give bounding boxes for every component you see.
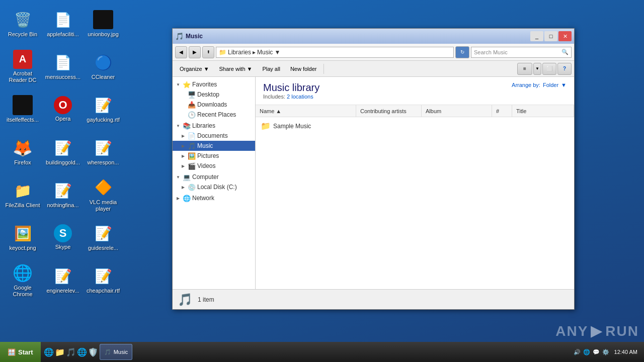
- organize-button[interactable]: Organize ▼: [175, 63, 214, 75]
- network-label: Network: [192, 195, 214, 202]
- documents-icon: 📄: [188, 132, 196, 140]
- col-header-title[interactable]: Title: [512, 105, 574, 117]
- desktop-icon-gayfucking[interactable]: 📝 gayfucking.rtf: [83, 88, 123, 131]
- desktop-icon-recycle-bin[interactable]: 🗑️ Recycle Bin: [3, 3, 43, 45]
- desktop-icon-mensuccess[interactable]: 📄 mensuccess...: [43, 45, 83, 88]
- nav-videos[interactable]: ▶ 🎬 Videos: [173, 161, 255, 171]
- favorites-expand-icon: ▼: [175, 81, 181, 87]
- desktop-label: Desktop: [197, 91, 219, 98]
- col-header-album[interactable]: Album: [422, 105, 492, 117]
- filezilla-label: FileZilla Client: [5, 202, 40, 209]
- pictures-label: Pictures: [197, 152, 219, 159]
- file-list: 📁 Sample Music: [256, 117, 574, 289]
- arrange-dropdown-icon[interactable]: ▼: [561, 82, 567, 88]
- taskbar-explorer-icon: 🎵: [104, 349, 111, 355]
- favorites-header[interactable]: ▼ ⭐ Favorites: [173, 79, 255, 89]
- tray-icon-4[interactable]: ⚙️: [602, 349, 609, 355]
- maximize-button[interactable]: □: [544, 31, 557, 41]
- desktop-icon-chrome[interactable]: 🌐 Google Chrome: [3, 259, 43, 302]
- desktop-icon-applefaciliti[interactable]: 📄 applefaciliti...: [43, 3, 83, 45]
- nav-local-disk[interactable]: ▶ 💿 Local Disk (C:): [173, 182, 255, 192]
- address-input[interactable]: 📁 Libraries ▸ Music ▼: [216, 47, 454, 58]
- share-with-button[interactable]: Share with ▼: [215, 63, 257, 75]
- desktop-icon-unionboy[interactable]: unionboy.jpg: [83, 3, 123, 45]
- library-header: Music library Includes: 2 locations Arra…: [256, 77, 574, 105]
- libraries-header[interactable]: ▼ 📚 Libraries: [173, 121, 255, 131]
- recent-label: Recent Places: [197, 111, 236, 118]
- gayfucking-icon: 📝: [93, 95, 113, 115]
- play-all-button[interactable]: Play all: [258, 63, 284, 75]
- desktop-icon-cheapchair[interactable]: 📝 cheapchair.rtf: [83, 259, 123, 302]
- desktop-icon-skype[interactable]: S Skype: [43, 216, 83, 259]
- up-button[interactable]: ⬆: [202, 46, 214, 58]
- buildinggold-label: buildinggold...: [46, 159, 80, 166]
- help-button[interactable]: ?: [557, 63, 572, 75]
- details-pane-button[interactable]: ⬜: [542, 63, 556, 75]
- breadcrumb-libraries[interactable]: Libraries: [228, 49, 251, 56]
- desktop-icon-buildinggold[interactable]: 📝 buildinggold...: [43, 131, 83, 173]
- window-controls: _ □ ✕: [530, 31, 572, 41]
- guidesrele-label: guidesrele...: [88, 245, 118, 251]
- favorites-label: Favorites: [192, 81, 217, 88]
- tray-icon-2[interactable]: 🌐: [583, 349, 590, 355]
- play-all-label: Play all: [262, 66, 280, 72]
- search-box[interactable]: Search Music 🔍: [471, 47, 572, 58]
- desktop-icon-guidesrele[interactable]: 📝 guidesrele...: [83, 216, 123, 259]
- close-button[interactable]: ✕: [558, 31, 572, 41]
- col-header-number[interactable]: #: [492, 105, 512, 117]
- nav-downloads[interactable]: 📥 Downloads: [173, 100, 255, 110]
- computer-header[interactable]: ▼ 💻 Computer: [173, 172, 255, 182]
- unionboy-label: unionboy.jpg: [88, 31, 119, 38]
- tray-icon-1[interactable]: 🔊: [574, 349, 581, 355]
- desktop-icon-filezilla[interactable]: 📁 FileZilla Client: [3, 173, 43, 216]
- minimize-button[interactable]: _: [530, 31, 543, 41]
- desktop-icon-nothingfina[interactable]: 📝 nothingfina...: [43, 173, 83, 216]
- itselfeffects-label: itselfeffects...: [7, 117, 39, 123]
- breadcrumb-dropdown[interactable]: ▼: [274, 49, 280, 56]
- view-list-button[interactable]: ≡: [517, 63, 532, 75]
- desktop-icon-ccleaner[interactable]: 🔵 CCleaner: [83, 45, 123, 88]
- forward-button[interactable]: ▶: [189, 46, 201, 58]
- nav-documents[interactable]: ▶ 📄 Documents: [173, 131, 255, 141]
- desktop-icon-enginerelev[interactable]: 📝 enginerelev...: [43, 259, 83, 302]
- new-folder-button[interactable]: New folder: [286, 63, 321, 75]
- locations-link[interactable]: 2 locations: [287, 94, 313, 100]
- nav-desktop[interactable]: 🖥️ Desktop: [173, 89, 255, 100]
- desktop-icon-wherespon[interactable]: 📝 wherespon...: [83, 131, 123, 173]
- nav-pictures[interactable]: ▶ 🖼️ Pictures: [173, 151, 255, 161]
- view-dropdown-button[interactable]: ▼: [533, 63, 541, 75]
- back-button[interactable]: ◀: [175, 46, 187, 58]
- recent-expand: [180, 112, 186, 118]
- ccleaner-label: CCleaner: [92, 74, 115, 80]
- window-title: Music: [186, 33, 530, 40]
- wherespon-label: wherespon...: [88, 159, 119, 166]
- anyrun-watermark: ANY ▶ RUN: [555, 323, 639, 339]
- recycle-bin-label: Recycle Bin: [8, 31, 37, 38]
- col-header-contributing-artists[interactable]: Contributing artists: [356, 105, 422, 117]
- desktop-icon-itselfeffects[interactable]: itselfeffects...: [3, 88, 43, 131]
- col-header-name[interactable]: Name ▲: [256, 105, 356, 117]
- arrange-value[interactable]: Folder: [543, 82, 558, 88]
- taskbar-music-icon[interactable]: 🎵: [65, 346, 76, 357]
- breadcrumb-music[interactable]: Music: [257, 49, 273, 56]
- list-item[interactable]: 📁 Sample Music: [258, 120, 572, 132]
- desktop-icon-opera[interactable]: O Opera: [43, 88, 83, 131]
- taskbar-folder-icon[interactable]: 📁: [54, 346, 65, 357]
- network-icon: 🌐: [183, 194, 191, 202]
- vlc-icon: 🔶: [93, 177, 113, 198]
- nav-recent-places[interactable]: 🕒 Recent Places: [173, 110, 255, 120]
- taskbar-antivirus-icon[interactable]: 🛡️: [88, 346, 99, 357]
- desktop-icon-acrobat[interactable]: A Acrobat Reader DC: [3, 45, 43, 88]
- col-name-label: Name: [260, 108, 274, 114]
- desktop-icon-keyoct[interactable]: 🖼️ keyoct.png: [3, 216, 43, 259]
- taskbar-chrome-icon[interactable]: 🌐: [76, 346, 88, 357]
- refresh-button[interactable]: ↻: [455, 46, 469, 58]
- tray-icon-3[interactable]: 💬: [593, 349, 600, 355]
- nav-music[interactable]: ▶ 🎵 Music: [173, 141, 255, 151]
- network-header[interactable]: ▶ 🌐 Network: [173, 193, 255, 203]
- start-button[interactable]: 🪟 Start: [0, 342, 41, 362]
- taskbar-explorer-item[interactable]: 🎵 Music: [100, 344, 133, 360]
- taskbar-ie-icon[interactable]: 🌐: [43, 346, 54, 357]
- desktop-icon-firefox[interactable]: 🦊 Firefox: [3, 131, 43, 173]
- desktop-icon-vlc[interactable]: 🔶 VLC media player: [83, 173, 123, 216]
